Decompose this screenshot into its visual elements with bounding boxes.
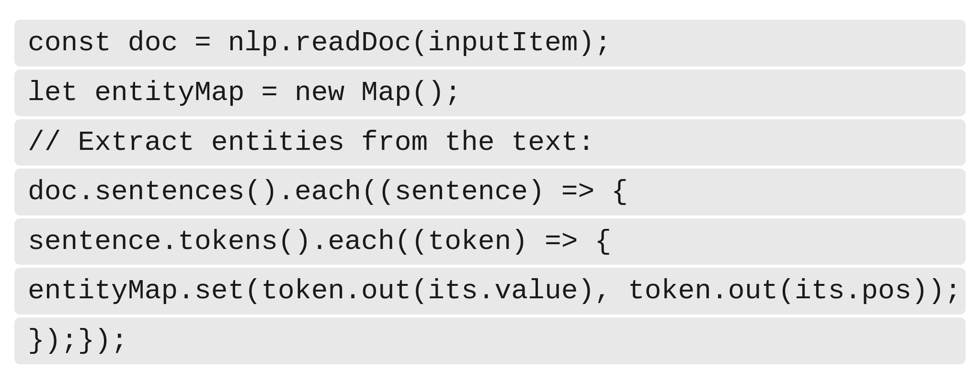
code-line-2: let entityMap = new Map(); (14, 69, 966, 116)
code-line-5: sentence.tokens().each((token) => { (14, 218, 966, 265)
code-line-3: // Extract entities from the text: (14, 119, 966, 166)
code-line-1: const doc = nlp.readDoc(inputItem); (14, 20, 966, 67)
code-line-6: entityMap.set(token.out(its.value), toke… (14, 268, 966, 315)
code-line-4: doc.sentences().each((sentence) => { (14, 169, 966, 215)
code-line-7: });}); (14, 317, 966, 364)
code-block: const doc = nlp.readDoc(inputItem); let … (14, 20, 966, 364)
